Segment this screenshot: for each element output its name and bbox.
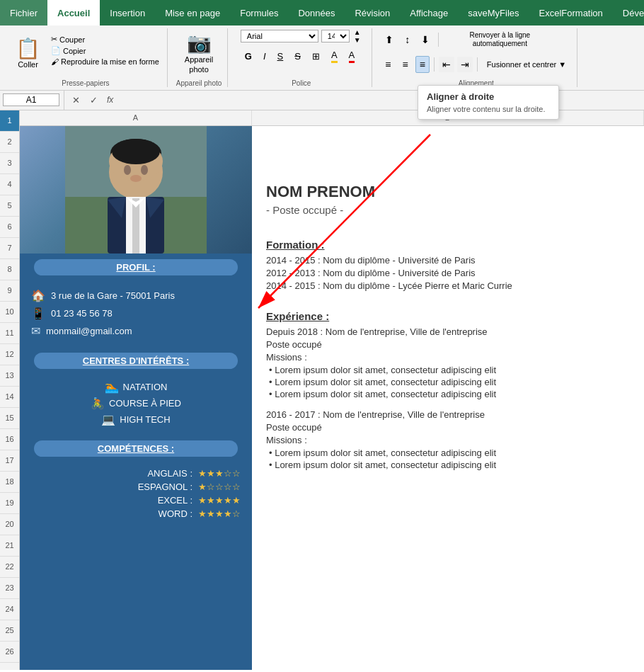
email-icon: ✉ (31, 324, 40, 338)
merge-center-button[interactable]: Fusionner et centrer ▼ (482, 58, 571, 71)
row-header-10[interactable]: 10 (0, 302, 19, 323)
tab-insertion[interactable]: Insertion (100, 0, 155, 25)
cell-reference-input[interactable] (3, 93, 59, 106)
fill-color-button[interactable]: A (327, 48, 342, 64)
natation-label: NATATION (123, 382, 168, 392)
exp1-mission-3: • Lorem ipsum dolor sit amet, consectetu… (266, 389, 630, 399)
decrease-indent-button[interactable]: ⇤ (439, 57, 454, 72)
tooltip-title: Aligner à droite (427, 91, 550, 102)
tab-excelformation[interactable]: ExcelFormation (529, 0, 613, 25)
tab-fichier[interactable]: Fichier (0, 0, 47, 25)
align-left-button[interactable]: ≡ (381, 56, 395, 73)
formation-line-3: 2014 - 2015 : Nom du diplôme - Lycée Pie… (266, 280, 630, 291)
row-header-23[interactable]: 23 (0, 578, 19, 599)
excel-label: EXCEL : (158, 495, 192, 506)
profil-section: PROFIL : 🏠 3 rue de la Gare - 75001 Pari… (20, 259, 252, 340)
row-header-24[interactable]: 24 (0, 599, 19, 620)
row-header-18[interactable]: 18 (0, 472, 19, 493)
row-header-8[interactable]: 8 (0, 259, 19, 280)
row-header-11[interactable]: 11 (0, 323, 19, 344)
align-right-button[interactable]: ≡ (415, 56, 430, 73)
row-header-16[interactable]: 16 (0, 429, 19, 450)
row-header-6[interactable]: 6 (0, 217, 19, 238)
tab-révision[interactable]: Révision (345, 0, 400, 25)
decrease-size-button[interactable]: ▼ (352, 36, 362, 44)
confirm-formula-button[interactable]: ✓ (86, 95, 101, 106)
align-bottom-button[interactable]: ⬇ (417, 31, 434, 48)
copy-button[interactable]: 📄 Copier (49, 45, 161, 56)
svg-point-8 (130, 175, 142, 182)
tab-affichage[interactable]: Affichage (400, 0, 458, 25)
paste-button[interactable]: 📋 Coller (10, 34, 46, 72)
row-header-25[interactable]: 25 (0, 620, 19, 642)
align-center-button[interactable]: ≡ (398, 56, 412, 73)
copy-label: Copier (63, 47, 86, 55)
row-header-3[interactable]: 3 (0, 153, 19, 174)
row-header-19[interactable]: 19 (0, 493, 19, 514)
cv-name: NOM PRENOM (266, 183, 630, 201)
tab-accueil[interactable]: Accueil (47, 0, 100, 25)
tab-formules[interactable]: Formules (230, 0, 288, 25)
cut-button[interactable]: ✂ Couper (49, 34, 161, 45)
exp1-missions-label: Missions : (266, 352, 630, 363)
font-size-select[interactable]: 14 (321, 30, 350, 42)
phone-item: 📱 01 23 45 56 78 (20, 304, 252, 322)
format-painter-button[interactable]: 🖌 Reproduire la mise en forme (49, 57, 161, 67)
exp1-mission-1: • Lorem ipsum dolor sit amet, consectetu… (266, 365, 630, 375)
increase-size-button[interactable]: ▲ (352, 28, 362, 36)
row-header-21[interactable]: 21 (0, 535, 19, 557)
row-header-13[interactable]: 13 (0, 365, 19, 387)
row-header-7[interactable]: 7 (0, 238, 19, 259)
hightech-label: HIGH TECH (120, 414, 170, 425)
email-item: ✉ monmail@gmail.com (20, 322, 252, 340)
strikethrough-button[interactable]: S (290, 50, 305, 63)
cancel-formula-button[interactable]: ✕ (69, 95, 84, 106)
align-top-button[interactable]: ⬆ (381, 31, 398, 48)
alignment-row-1: ⬆ ↕ ⬇ Renvoyer à la ligne automatiquemen… (381, 28, 571, 51)
tab-données[interactable]: Données (288, 0, 345, 25)
copy-icon: 📄 (51, 46, 61, 55)
font-family-select[interactable]: Arial (241, 30, 318, 42)
row-header-14[interactable]: 14 (0, 387, 19, 408)
increase-indent-button[interactable]: ⇥ (457, 57, 473, 72)
cv-left-panel: PROFIL : 🏠 3 rue de la Gare - 75001 Pari… (20, 126, 252, 670)
border-button[interactable]: ⊞ (308, 50, 324, 63)
formation-line-1: 2014 - 2015 : Nom du diplôme - Universit… (266, 255, 630, 266)
svg-point-6 (124, 165, 131, 175)
underline-button[interactable]: S (273, 50, 288, 63)
row-header-9[interactable]: 9 (0, 280, 19, 302)
photo-button[interactable]: 📷 Appareilphoto (179, 28, 219, 78)
row-header-1[interactable]: 1 (0, 110, 19, 132)
laptop-icon: 💻 (101, 413, 115, 426)
wrap-text-button[interactable]: Renvoyer à la ligne automatiquement (443, 28, 556, 51)
separator3 (477, 57, 478, 72)
exp1-sub: Poste occupé (266, 339, 630, 350)
tab-mise-en-page[interactable]: Mise en page (155, 0, 230, 25)
font-row-2: G I S S ⊞ A A (241, 48, 359, 64)
row-header-22[interactable]: 22 (0, 557, 19, 578)
tab-savemyfiles[interactable]: saveMyFiles (458, 0, 529, 25)
row-header-2[interactable]: 2 (0, 132, 19, 153)
exp2-missions-label: Missions : (266, 435, 630, 445)
row-header-4[interactable]: 4 (0, 174, 19, 195)
italic-button[interactable]: I (259, 50, 270, 63)
tab-développeur[interactable]: Développeur (613, 0, 644, 25)
bold-button[interactable]: G (241, 50, 256, 63)
row-header-15[interactable]: 15 (0, 408, 19, 429)
cv-spacer-top (266, 140, 630, 183)
espagnol-label: ESPAGNOL : (138, 482, 192, 492)
row-header-26[interactable]: 26 (0, 642, 19, 663)
font-color-button[interactable]: A (345, 48, 360, 64)
row-header-12[interactable]: 12 (0, 344, 19, 365)
align-middle-button[interactable]: ↕ (401, 31, 414, 48)
formula-input[interactable] (119, 95, 641, 105)
font-content: Arial 14 ▲ ▼ G I S S ⊞ A A (241, 28, 362, 78)
word-stars: ★★★★☆ (198, 508, 241, 519)
row-header-17[interactable]: 17 (0, 450, 19, 472)
interests-button: CENTRES D'INTÉRÊTS : (34, 353, 238, 369)
row-header-20[interactable]: 20 (0, 514, 19, 535)
col-header-a[interactable]: A (20, 110, 252, 125)
row-header-5[interactable]: 5 (0, 195, 19, 217)
interests-label: CENTRES D'INTÉRÊTS : (83, 355, 189, 366)
font-group: Arial 14 ▲ ▼ G I S S ⊞ A A Police (231, 28, 372, 87)
